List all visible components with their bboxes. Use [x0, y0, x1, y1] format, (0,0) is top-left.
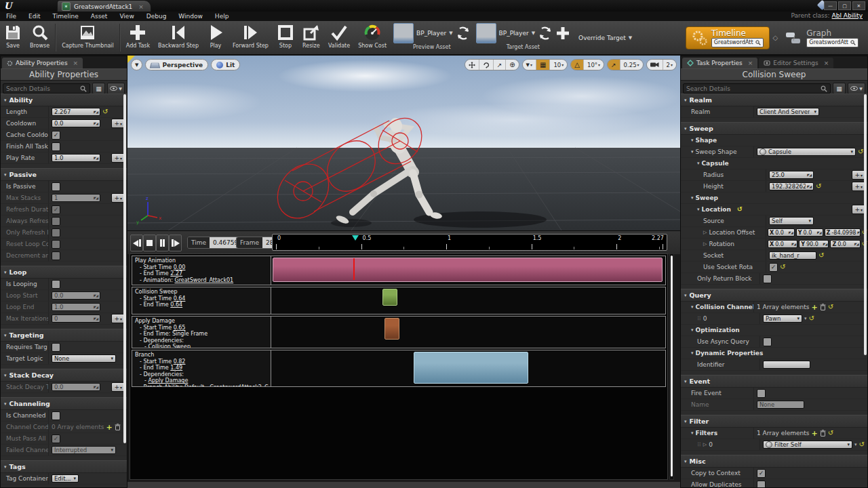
- detail-link[interactable]: 0.00: [174, 264, 186, 270]
- text-field[interactable]: ik_hand_r: [769, 251, 816, 260]
- maximize-button[interactable]: ▢: [838, 1, 851, 10]
- step-backward-button[interactable]: [130, 235, 143, 251]
- checkbox[interactable]: [52, 228, 60, 237]
- value-field[interactable]: 25.0◤◢: [769, 171, 814, 179]
- refresh-icon[interactable]: [456, 26, 471, 41]
- add-target-icon[interactable]: [555, 26, 570, 41]
- category-event[interactable]: ▾Event: [681, 375, 867, 388]
- value-field[interactable]: 1◤◢: [52, 194, 100, 202]
- value-field[interactable]: 2.267◤◢: [52, 108, 100, 116]
- menu-edit[interactable]: Edit: [22, 13, 46, 20]
- collapse-arrow-icon[interactable]: ▾: [684, 126, 687, 131]
- value-field[interactable]: 0.0◤◢: [52, 119, 100, 127]
- collapse-arrow-icon[interactable]: ▾: [691, 327, 694, 333]
- text-field[interactable]: None: [757, 401, 804, 409]
- checkbox[interactable]: [52, 411, 60, 420]
- add-element-icon[interactable]: +: [812, 303, 818, 312]
- y-value-field[interactable]: Y0.0◤◢: [796, 228, 823, 237]
- graph-mode-button[interactable]: Graph GreatswordAtt: [781, 26, 863, 49]
- document-tab[interactable]: ✶ GreatswordAttack1 ×: [57, 0, 151, 12]
- dropdown[interactable]: Client And Server▾: [757, 108, 819, 116]
- checkbox[interactable]: ✓: [769, 263, 778, 272]
- collapse-arrow-icon[interactable]: ▾: [4, 172, 7, 178]
- value-field[interactable]: 0.0◤◢: [52, 291, 100, 300]
- reset-to-default-icon[interactable]: ↺: [828, 304, 833, 310]
- checkbox[interactable]: [52, 142, 60, 151]
- step-forward-button[interactable]: [169, 235, 182, 251]
- world-space-button[interactable]: ⊕: [506, 60, 518, 70]
- collapse-arrow-icon[interactable]: ▾: [691, 138, 694, 143]
- subcategory-sweep[interactable]: ▾Sweep: [681, 192, 867, 204]
- menu-view[interactable]: View: [113, 13, 140, 20]
- collapse-arrow-icon[interactable]: ▾: [4, 401, 7, 407]
- browse-button[interactable]: Browse: [26, 21, 54, 54]
- subcategory-optimization[interactable]: ▾Optimization: [681, 325, 867, 336]
- value-field[interactable]: 1.0◤◢: [52, 154, 100, 162]
- detail-link[interactable]: Collision Sweep: [148, 344, 191, 348]
- delete-icon[interactable]: [820, 304, 826, 310]
- track-bar-lane[interactable]: [271, 316, 666, 348]
- subcategory-dynamic-properties[interactable]: ▾Dynamic Properties: [681, 348, 867, 359]
- value-field[interactable]: 0.0◤◢: [52, 383, 100, 391]
- collapse-arrow-icon[interactable]: ▾: [691, 350, 694, 356]
- preview-asset-thumbnail[interactable]: [393, 23, 414, 43]
- y-value-field[interactable]: Y90.0◤◢: [799, 240, 829, 248]
- checkbox[interactable]: [52, 251, 60, 260]
- collapse-arrow-icon[interactable]: ▾: [691, 430, 694, 436]
- perspective-button[interactable]: Perspective: [145, 59, 208, 70]
- collapse-arrow-icon[interactable]: ▾: [684, 459, 687, 464]
- timeline-search-box[interactable]: GreatswordAtt: [711, 38, 764, 47]
- checkbox[interactable]: [52, 280, 60, 289]
- category-passive[interactable]: ▾Passive: [1, 168, 127, 181]
- track-bar-lane[interactable]: [271, 256, 666, 285]
- menu-asset[interactable]: Asset: [85, 13, 114, 20]
- show-cost-button[interactable]: Show Cost: [354, 21, 391, 54]
- category-query[interactable]: ▾Query: [681, 289, 867, 302]
- checkbox[interactable]: ✓: [52, 205, 60, 214]
- view-options-grid-icon[interactable]: ▦: [833, 83, 846, 94]
- subcategory-shape[interactable]: ▾Shape: [681, 135, 867, 146]
- override-target-button[interactable]: Override Target ▼: [573, 21, 637, 54]
- menu-debug[interactable]: Debug: [140, 13, 173, 20]
- scrollbar-thumb[interactable]: [671, 256, 673, 476]
- reset-to-default-icon[interactable]: ↺: [858, 148, 863, 155]
- checkbox[interactable]: [763, 274, 772, 283]
- category-misc[interactable]: ▾Misc: [681, 455, 867, 468]
- rotation-snap-toggle[interactable]: △: [571, 60, 584, 70]
- value-field[interactable]: 1.0◤◢: [52, 303, 100, 311]
- reset-to-default-icon[interactable]: ↺: [818, 252, 824, 259]
- track-bar-lane[interactable]: [271, 287, 666, 314]
- scale-snap-toggle[interactable]: ↗: [608, 60, 620, 70]
- checkbox[interactable]: [757, 389, 766, 398]
- category-stack-decay[interactable]: ▾Stack Decay: [1, 369, 127, 382]
- detail-link[interactable]: 2.27: [170, 270, 182, 277]
- dropdown[interactable]: Capsule▾: [757, 148, 856, 156]
- detail-link[interactable]: 0.65: [174, 325, 186, 331]
- tab-close-icon[interactable]: ×: [824, 60, 829, 66]
- save-button[interactable]: Save: [0, 21, 26, 54]
- tab-ability-properties[interactable]: Ability Properties ×: [2, 58, 83, 68]
- category-loop[interactable]: ▾Loop: [1, 266, 127, 279]
- track-label-apply-damage[interactable]: Apply Damage- Start Time 0.65- End Time:…: [132, 316, 271, 348]
- value-field[interactable]: 0◤◢: [52, 314, 100, 323]
- dropdown[interactable]: Edit...▾: [52, 474, 79, 483]
- reset-to-default-icon[interactable]: ↺: [816, 183, 821, 190]
- category-filter[interactable]: ▾Filter: [681, 415, 867, 428]
- close-button[interactable]: ✕: [852, 1, 865, 10]
- collapse-arrow-icon[interactable]: ▾: [691, 195, 694, 201]
- validate-button[interactable]: Validate: [324, 21, 354, 54]
- dropdown[interactable]: Interrupted▾: [52, 446, 116, 454]
- checkbox[interactable]: [763, 338, 772, 346]
- timeline-scrollbar[interactable]: [669, 253, 674, 480]
- track-bar-lane[interactable]: [271, 350, 666, 387]
- subcategory-capsule[interactable]: ▾Capsule: [681, 158, 867, 169]
- grid-snap-value[interactable]: 10▾: [550, 60, 567, 70]
- task-bar-collision-sweep[interactable]: [382, 289, 397, 306]
- add-task-button[interactable]: Add Task: [122, 21, 154, 54]
- x-value-field[interactable]: X0.0◤◢: [768, 228, 795, 237]
- timeline-mode-button[interactable]: Timeline GreatswordAtt: [686, 26, 770, 49]
- track-label-collision-sweep[interactable]: Collision Sweep- Start Time 0.64- End Ti…: [132, 287, 271, 314]
- text-field[interactable]: [763, 361, 810, 369]
- tab-close-icon[interactable]: ×: [748, 60, 753, 66]
- pause-button[interactable]: [156, 235, 169, 251]
